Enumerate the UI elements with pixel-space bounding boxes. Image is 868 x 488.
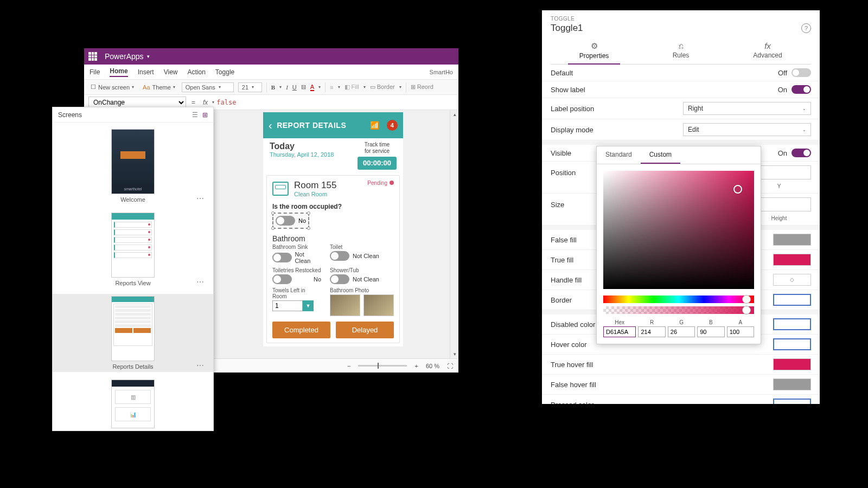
brand-chevron-icon[interactable]: ▾ [147,54,150,59]
sink-toggle[interactable] [272,253,292,262]
underline-button[interactable]: U [292,84,297,91]
help-icon[interactable]: ? [801,23,811,33]
reorder-button[interactable]: ⊞ Reord [411,84,433,91]
scroll-up-icon[interactable]: ▴ [450,110,459,119]
hue-slider[interactable] [603,296,754,303]
picker-tab-standard[interactable]: Standard [597,146,641,164]
alpha-thumb[interactable] [742,306,751,314]
b-input[interactable] [697,326,724,337]
formula-input[interactable]: false [216,99,454,106]
font-select[interactable]: Open Sans▾ [182,82,234,92]
sv-cursor-icon[interactable] [733,185,742,194]
chevron-down-icon[interactable]: ▼ [303,300,314,311]
completed-button[interactable]: Completed [272,322,330,338]
falsefill-swatch[interactable] [773,234,811,246]
screen-item-welcome[interactable]: smarthotel Welcome ⋯ [53,127,213,205]
fill-button[interactable]: ◧ Fill [344,84,359,91]
toiletries-toggle[interactable] [272,274,292,284]
more-icon[interactable]: ⋯ [196,194,205,203]
r-input[interactable] [638,326,665,337]
alpha-slider[interactable] [603,306,754,314]
strike-button[interactable]: ⊟ [301,84,306,91]
hex-input[interactable] [603,326,636,337]
menu-toggle[interactable]: Toggle [215,68,234,76]
timer-button[interactable]: 00:00:00 [358,157,397,170]
handlefill-swatch[interactable]: ◇ [773,274,811,286]
bold-button[interactable]: B [271,84,275,91]
prop-falsehover: False hover fill [551,381,773,389]
zoom-slider[interactable] [358,365,407,367]
hue-thumb[interactable] [742,295,751,304]
towels-input[interactable] [272,300,303,311]
menu-home[interactable]: Home [110,67,127,77]
menu-file[interactable]: File [90,68,100,76]
menu-insert[interactable]: Insert [138,68,154,76]
control-kind: TOGGLE [551,16,811,22]
zoom-out-button[interactable]: − [347,363,350,369]
hover-swatch[interactable] [773,338,811,350]
new-screen-button[interactable]: ☐ New screen ▾ [88,82,136,92]
border-swatch[interactable] [773,294,811,306]
truefill-swatch[interactable] [773,254,811,266]
prop-pressed: Pressed color [551,401,773,404]
photo-thumb-1[interactable] [330,294,360,316]
default-toggle[interactable] [792,68,811,77]
canvas-scrollbar[interactable]: ▴ ▾ [450,110,458,358]
screen-item-reports-details[interactable]: Reports Details ⋯ [53,294,213,372]
disabled-swatch[interactable] [773,318,811,330]
back-icon[interactable]: ‹ [269,119,272,132]
shower-toggle[interactable] [330,274,349,284]
notification-badge[interactable]: 4 [387,120,398,131]
zoom-value: 60 % [426,363,439,369]
menu-action[interactable]: Action [188,68,206,76]
visible-toggle[interactable] [792,149,811,157]
delayed-button[interactable]: Delayed [336,322,394,338]
fit-icon[interactable]: ⛶ [447,363,453,369]
align-button[interactable]: ≡ [330,84,333,91]
displaymode-select[interactable]: Edit⌄ [683,123,811,136]
grid-view-icon[interactable]: ⊞ [202,111,208,119]
towels-select[interactable]: ▼ [272,300,321,311]
brand: PowerApps [105,52,144,61]
occupied-toggle-selected[interactable]: No [272,213,309,229]
shower-value: Not Clean [353,276,379,282]
screen-item-reports-view[interactable]: Reports View ⋯ [53,210,213,288]
chart-icon[interactable]: 📶 [370,121,380,130]
scroll-down-icon[interactable]: ▾ [450,350,459,358]
more-icon[interactable]: ⋯ [196,361,205,370]
italic-button[interactable]: I [286,84,288,91]
app-launcher-icon[interactable] [88,52,97,61]
tab-properties[interactable]: ⚙Properties [551,38,637,64]
picker-tab-custom[interactable]: Custom [641,146,680,164]
toiletries-value: No [314,276,321,282]
toilet-label: Toilet [330,244,394,250]
theme-button[interactable]: Aa Theme ▾ [141,83,177,92]
toilet-toggle[interactable] [330,251,349,261]
date-label: Thursday, April 12, 2018 [270,151,334,158]
tab-rules[interactable]: ⎌Rules [637,38,724,64]
prop-labelpos-label: Label position [551,105,683,113]
fontsize-select[interactable]: 21▾ [238,82,262,92]
app-filename: SmartHo [430,69,453,75]
menu-view[interactable]: View [164,68,178,76]
toggle-icon[interactable] [276,216,295,226]
zoom-in-button[interactable]: + [414,363,418,369]
toilet-value: Not Clean [353,253,379,259]
g-input[interactable] [668,326,695,337]
a-label: A [727,319,754,325]
labelpos-select[interactable]: Right⌄ [683,102,811,115]
a-input[interactable] [727,326,754,337]
sv-canvas[interactable] [603,171,754,289]
photo-thumb-2[interactable] [363,294,394,316]
truehover-swatch[interactable] [773,358,811,370]
tab-advanced[interactable]: fxAdvanced [724,38,811,64]
border-button[interactable]: ▭ Border [370,84,395,91]
room-name: Room 155 [294,180,336,191]
list-view-icon[interactable]: ☰ [192,111,198,119]
showlabel-toggle[interactable] [792,85,811,94]
pressed-swatch[interactable] [773,399,811,404]
more-icon[interactable]: ⋯ [196,278,205,286]
falsehover-swatch[interactable] [773,378,811,390]
screen-item-analytics[interactable]: ▥📊 [53,377,213,431]
fontcolor-button[interactable]: A [310,84,314,91]
